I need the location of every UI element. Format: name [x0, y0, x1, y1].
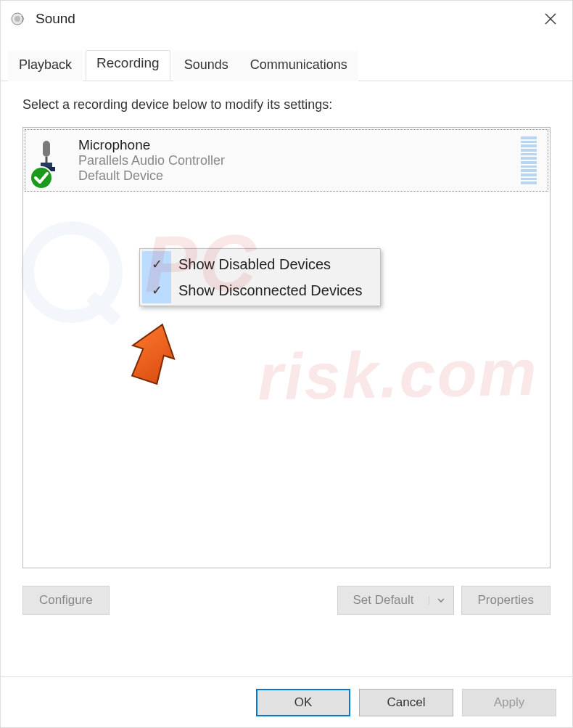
device-driver: Parallels Audio Controller: [78, 153, 225, 168]
sound-dialog: Sound Playback Recording Sounds Communic…: [0, 0, 573, 728]
menu-item-show-disconnected[interactable]: ✓ Show Disconnected Devices: [142, 277, 378, 303]
device-texts: Microphone Parallels Audio Controller De…: [78, 137, 225, 184]
recording-tab-panel: Select a recording device below to modif…: [1, 81, 572, 676]
tab-playback[interactable]: Playback: [8, 51, 83, 81]
device-toolbar: Configure Set Default Properties: [22, 586, 551, 615]
window-title: Sound: [36, 11, 75, 27]
close-icon: [545, 13, 556, 25]
sound-icon: [11, 11, 27, 27]
tab-communications[interactable]: Communications: [239, 51, 358, 81]
menu-gutter: ✓: [142, 251, 171, 277]
dialog-footer: OK Cancel Apply: [1, 676, 572, 727]
menu-gutter: ✓: [142, 277, 171, 303]
ok-button[interactable]: OK: [256, 689, 350, 716]
svg-point-8: [30, 167, 52, 189]
set-default-button[interactable]: Set Default: [337, 586, 453, 615]
check-icon: ✓: [152, 256, 162, 272]
menu-item-label: Show Disconnected Devices: [178, 282, 362, 299]
close-button[interactable]: [529, 1, 572, 37]
svg-rect-4: [43, 141, 50, 157]
titlebar: Sound: [1, 1, 572, 37]
set-default-label: Set Default: [338, 593, 428, 608]
apply-button[interactable]: Apply: [462, 689, 556, 716]
context-menu: ✓ Show Disabled Devices ✓ Show Disconnec…: [139, 248, 381, 306]
device-item-microphone[interactable]: Microphone Parallels Audio Controller De…: [23, 128, 550, 193]
device-list[interactable]: Microphone Parallels Audio Controller De…: [22, 127, 551, 568]
device-name: Microphone: [78, 137, 225, 153]
properties-button[interactable]: Properties: [461, 586, 551, 615]
check-icon: ✓: [152, 282, 162, 298]
tab-recording[interactable]: Recording: [86, 50, 170, 81]
instruction-text: Select a recording device below to modif…: [22, 97, 551, 113]
tabstrip: Playback Recording Sounds Communications: [1, 50, 572, 81]
default-check-icon: [29, 165, 54, 190]
microphone-icon: [33, 135, 68, 186]
cancel-button[interactable]: Cancel: [359, 689, 453, 716]
configure-button[interactable]: Configure: [22, 586, 110, 615]
menu-item-label: Show Disabled Devices: [178, 256, 331, 273]
chevron-down-icon[interactable]: [429, 596, 453, 605]
tab-sounds[interactable]: Sounds: [173, 51, 239, 81]
menu-item-show-disabled[interactable]: ✓ Show Disabled Devices: [142, 251, 378, 277]
svg-point-1: [15, 16, 20, 22]
level-meter: [521, 136, 537, 184]
device-status: Default Device: [78, 168, 225, 184]
